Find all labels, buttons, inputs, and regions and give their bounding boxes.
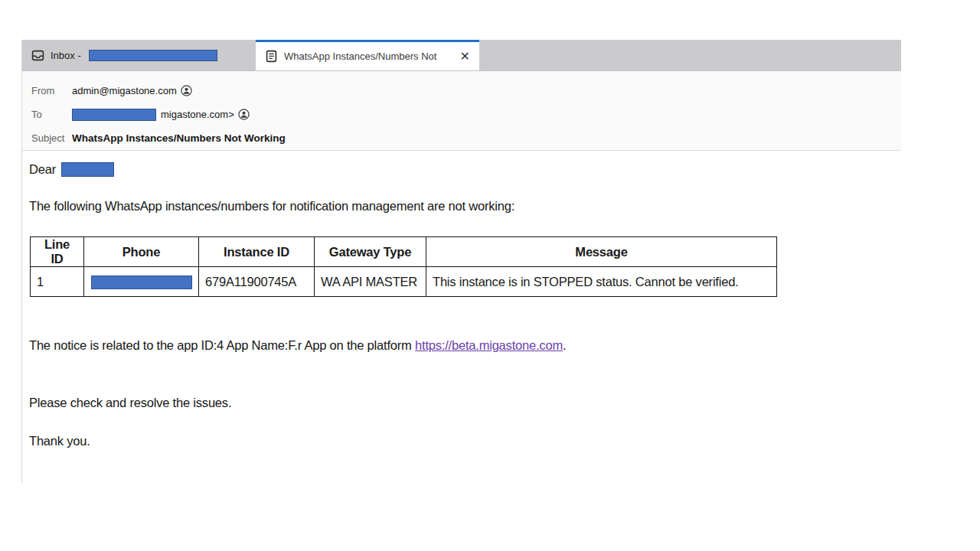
col-header-phone: Phone — [84, 237, 199, 267]
greeting-text: Dear — [29, 162, 56, 176]
close-icon[interactable]: ✕ — [460, 51, 470, 63]
greeting-line: Dear — [29, 162, 114, 178]
contact-icon[interactable] — [181, 85, 192, 96]
to-row: To migastone.com> — [31, 103, 892, 126]
table-header-row: Line ID Phone Instance ID Gateway Type M… — [31, 237, 777, 267]
col-header-instance-id: Instance ID — [199, 237, 315, 267]
tab-inbox[interactable]: Inbox - — [22, 40, 256, 70]
col-header-gateway-type: Gateway Type — [315, 237, 426, 267]
inbox-icon — [31, 49, 44, 62]
tab-inbox-label: Inbox - — [51, 50, 81, 61]
redacted-phone — [91, 276, 192, 289]
tab-message[interactable]: WhatsApp Instances/Numbers Not ✕ — [256, 40, 479, 70]
mail-client-window: Inbox - WhatsApp Instances/Numbers Not ✕… — [21, 40, 901, 483]
tab-bar: Inbox - WhatsApp Instances/Numbers Not ✕ — [22, 40, 901, 71]
redacted-recipient — [72, 109, 156, 121]
redacted-email-address — [89, 50, 217, 61]
notice-text-after-link: . — [563, 338, 566, 352]
document-icon — [265, 50, 278, 63]
table-row: 1 679A11900745A WA API MASTER This insta… — [31, 267, 777, 297]
cell-instance-id: 679A11900745A — [199, 267, 315, 297]
notice-text-before-link: The notice is related to the app ID:4 Ap… — [29, 338, 415, 352]
subject-row: Subject WhatsApp Instances/Numbers Not W… — [31, 126, 892, 150]
instances-table: Line ID Phone Instance ID Gateway Type M… — [30, 236, 777, 297]
cell-phone — [84, 267, 199, 297]
notice-paragraph: The notice is related to the app ID:4 Ap… — [29, 338, 566, 354]
to-address-suffix[interactable]: migastone.com> — [161, 109, 234, 120]
cell-message: This instance is in STOPPED status. Cann… — [426, 267, 777, 297]
intro-paragraph: The following WhatsApp instances/numbers… — [29, 199, 514, 214]
from-address[interactable]: admin@migastone.com — [72, 85, 177, 96]
contact-icon[interactable] — [238, 109, 250, 120]
closing-line-1: Please check and resolve the issues. — [29, 396, 231, 411]
tab-message-label: WhatsApp Instances/Numbers Not — [284, 51, 451, 62]
message-header-panel: From admin@migastone.com To migastone.co… — [22, 71, 901, 151]
col-header-message: Message — [426, 237, 777, 267]
redacted-name — [61, 162, 114, 177]
col-header-line-id: Line ID — [31, 237, 84, 267]
subject-label: Subject — [31, 132, 72, 144]
to-label: To — [31, 109, 72, 120]
screenshot-canvas: { "tabs": [ { "label": "Inbox - ", "icon… — [0, 0, 980, 551]
subject-value: WhatsApp Instances/Numbers Not Working — [72, 132, 286, 144]
closing-line-2: Thank you. — [29, 434, 90, 449]
platform-link[interactable]: https://beta.migastone.com — [415, 338, 563, 352]
cell-gateway-type: WA API MASTER — [315, 267, 426, 297]
from-label: From — [31, 85, 72, 96]
from-row: From admin@migastone.com — [31, 79, 892, 103]
cell-line-id: 1 — [31, 267, 84, 297]
instances-table-wrap: Line ID Phone Instance ID Gateway Type M… — [30, 236, 777, 297]
